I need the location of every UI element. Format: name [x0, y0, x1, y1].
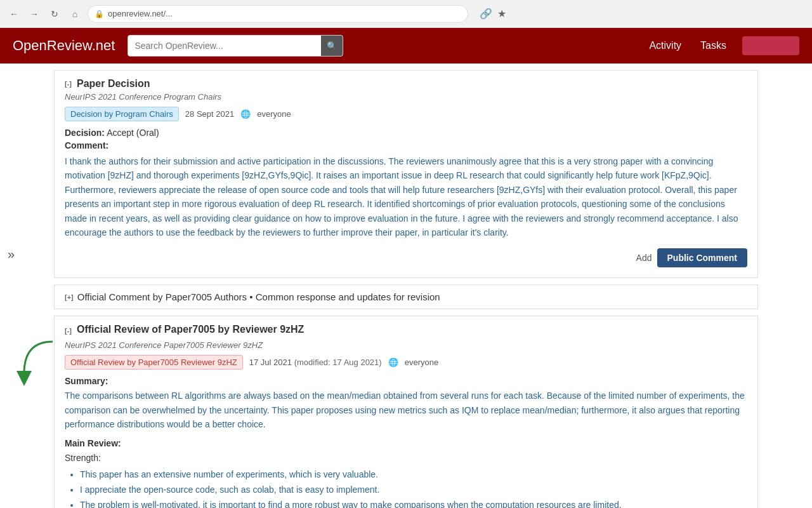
- official-review-toggle[interactable]: [-]: [65, 327, 72, 335]
- browser-icons: 🔗 ★: [480, 8, 506, 20]
- strength-item-1: This paper has an extensive number of ex…: [80, 467, 747, 483]
- search-bar[interactable]: 🔍: [128, 35, 343, 57]
- review-date: 17 Jul 2021 (modified: 17 Aug 2021): [249, 358, 382, 367]
- official-comment-title: Official Comment by Paper7005 Authors • …: [77, 291, 440, 302]
- share-icon[interactable]: 🔗: [480, 8, 492, 20]
- decision-value: Accept (Oral): [107, 128, 159, 138]
- official-review-meta: Official Review by Paper7005 Reviewer 9z…: [65, 355, 747, 370]
- top-nav: OpenReview.net 🔍 Activity Tasks: [0, 28, 812, 64]
- add-comment-row: Add Public Comment: [65, 248, 747, 267]
- browser-chrome: ← → ↻ ⌂ 🔒 openreview.net/... 🔗 ★: [0, 0, 812, 28]
- search-input[interactable]: [128, 41, 321, 51]
- paper-decision-meta: Decision by Program Chairs 28 Sept 2021 …: [65, 107, 747, 121]
- activity-link[interactable]: Activity: [646, 40, 684, 51]
- url-text: openreview.net/...: [108, 9, 173, 18]
- comment-label: Comment:: [65, 140, 747, 150]
- arrow-indicator: [11, 335, 62, 388]
- search-button[interactable]: 🔍: [321, 35, 343, 57]
- review-globe-icon: 🌐: [388, 358, 398, 367]
- paper-decision-audience: everyone: [257, 109, 291, 119]
- logo[interactable]: OpenReview.net: [13, 37, 115, 54]
- arrow-svg: [11, 335, 62, 386]
- review-tag[interactable]: Official Review by Paper7005 Reviewer 9z…: [65, 355, 243, 370]
- summary-text: The comparisons between RL algorithms ar…: [65, 389, 747, 431]
- add-label: Add: [636, 253, 652, 263]
- address-bar[interactable]: 🔒 openreview.net/...: [88, 5, 468, 23]
- logo-suffix: .net: [92, 37, 115, 53]
- home-button[interactable]: ⌂: [67, 6, 82, 22]
- paper-decision-title: Paper Decision: [77, 78, 150, 90]
- decision-tag[interactable]: Decision by Program Chairs: [65, 107, 179, 121]
- refresh-button[interactable]: ↻: [47, 6, 62, 22]
- decision-label: Decision:: [65, 128, 105, 138]
- lock-icon: 🔒: [95, 10, 104, 18]
- strength-list: This paper has an extensive number of ex…: [80, 467, 747, 508]
- paper-decision-comment: I thank the authors for their submission…: [65, 154, 747, 239]
- user-avatar[interactable]: [742, 36, 799, 55]
- decision-line: Decision: Accept (Oral): [65, 128, 747, 138]
- back-button[interactable]: ←: [6, 6, 22, 22]
- paper-decision-section: [-] Paper Decision NeurIPS 2021 Conferen…: [54, 70, 758, 278]
- official-comment-section[interactable]: [+] Official Comment by Paper7005 Author…: [54, 284, 758, 309]
- double-chevron-button[interactable]: »: [8, 247, 15, 262]
- summary-label: Summary:: [65, 376, 747, 386]
- strength-item-3: The problem is well-motivated, it is imp…: [80, 498, 747, 509]
- bookmark-icon[interactable]: ★: [497, 8, 506, 20]
- paper-decision-subtitle: NeurIPS 2021 Conference Program Chairs: [65, 92, 747, 102]
- strength-label: Strength:: [65, 451, 747, 465]
- official-review-subtitle: NeurIPS 2021 Conference Paper7005 Review…: [65, 340, 747, 350]
- main-review-label: Main Review:: [65, 438, 747, 448]
- main-content: [-] Paper Decision NeurIPS 2021 Conferen…: [0, 64, 812, 508]
- official-comment-toggle[interactable]: [+]: [65, 293, 74, 301]
- public-comment-button[interactable]: Public Comment: [657, 248, 747, 267]
- paper-decision-date: 28 Sept 2021: [185, 109, 234, 119]
- review-audience: everyone: [405, 358, 438, 367]
- globe-icon: 🌐: [240, 109, 251, 119]
- logo-main: OpenReview: [13, 37, 92, 53]
- official-review-section: [-] Official Review of Paper7005 by Revi…: [54, 316, 758, 508]
- forward-button[interactable]: →: [27, 6, 42, 22]
- tasks-link[interactable]: Tasks: [697, 40, 730, 51]
- strength-item-2: I appreciate the open-source code, such …: [80, 483, 747, 498]
- paper-decision-toggle[interactable]: [-]: [65, 80, 72, 88]
- official-review-title: Official Review of Paper7005 by Reviewer…: [77, 324, 304, 335]
